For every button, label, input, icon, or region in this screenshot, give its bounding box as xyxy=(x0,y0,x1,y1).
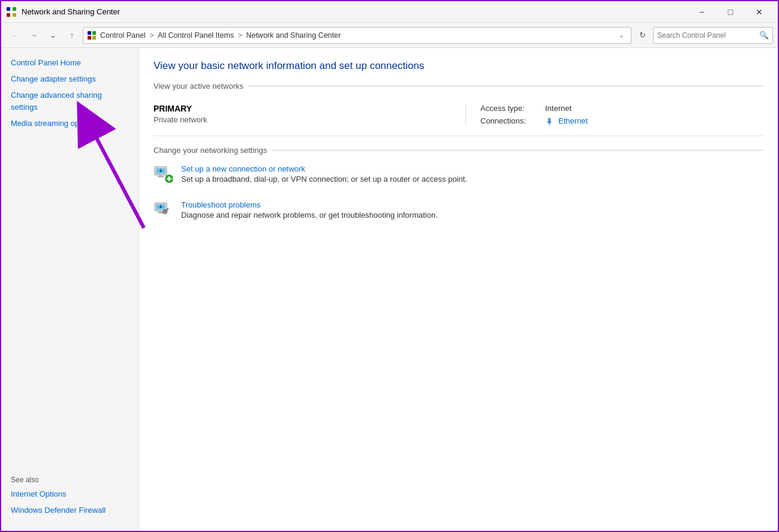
title-bar: Network and Sharing Center − □ ✕ xyxy=(1,1,778,23)
sidebar-item-media-streaming[interactable]: Media streaming options xyxy=(1,116,139,132)
breadcrumb-part-3: Network and Sharing Center xyxy=(246,31,341,40)
search-input[interactable] xyxy=(657,31,757,40)
breadcrumb-part-1[interactable]: Control Panel xyxy=(100,31,146,40)
sidebar-item-change-adapter-settings[interactable]: Change adapter settings xyxy=(1,71,139,88)
sidebar-item-internet-options[interactable]: Internet Options xyxy=(1,486,139,503)
address-dropdown-button[interactable]: ⌄ xyxy=(615,28,627,43)
svg-rect-19 xyxy=(159,175,163,176)
recent-locations-button[interactable]: ⌄ xyxy=(44,27,61,44)
back-button[interactable]: ← xyxy=(6,27,23,44)
set-up-connection-desc: Set up a broadband, dial-up, or VPN conn… xyxy=(181,175,467,184)
sidebar-nav: Control Panel Home Change adapter settin… xyxy=(1,55,139,139)
access-type-label: Access type: xyxy=(480,104,540,113)
svg-rect-1 xyxy=(13,7,16,11)
network-left: PRIMARY Private network xyxy=(154,104,451,126)
page-heading: View your basic network information and … xyxy=(154,60,763,72)
svg-rect-5 xyxy=(92,31,96,35)
forward-button[interactable]: → xyxy=(25,27,42,44)
window-controls: − □ ✕ xyxy=(688,3,773,21)
troubleshoot-desc: Diagnose and repair network problems, or… xyxy=(181,211,438,220)
network-right: Access type: Internet Connections: xyxy=(480,104,763,126)
svg-rect-3 xyxy=(13,13,16,17)
main-layout: Control Panel Home Change adapter settin… xyxy=(1,48,778,532)
set-up-connection-link[interactable]: Set up a new connection or network xyxy=(181,164,467,173)
svg-rect-2 xyxy=(7,13,10,17)
maximize-button[interactable]: □ xyxy=(717,3,744,21)
svg-rect-30 xyxy=(159,211,163,212)
breadcrumb-path: Control Panel > All Control Panel Items … xyxy=(100,31,612,40)
search-icon: 🔍 xyxy=(759,31,769,40)
troubleshoot-text: Troubleshoot problems Diagnose and repai… xyxy=(181,200,438,220)
ethernet-icon xyxy=(545,116,554,126)
close-button[interactable]: ✕ xyxy=(745,3,773,21)
svg-rect-7 xyxy=(92,36,96,40)
window-title: Network and Sharing Center xyxy=(22,7,688,16)
set-up-connection-icon xyxy=(154,164,173,184)
active-networks-section-label: View your active networks xyxy=(154,82,763,91)
svg-rect-6 xyxy=(88,36,91,40)
breadcrumb-part-2[interactable]: All Control Panel Items xyxy=(158,31,234,40)
network-type: Private network xyxy=(154,115,437,124)
access-type-row: Access type: Internet xyxy=(480,104,763,113)
sidebar-item-change-advanced-sharing[interactable]: Change advanced sharingsettings xyxy=(1,88,139,116)
app-icon xyxy=(6,7,17,17)
troubleshoot-icon xyxy=(154,200,173,220)
action-set-up-connection: Set up a new connection or network Set u… xyxy=(154,162,763,186)
ethernet-link[interactable]: Ethernet xyxy=(558,116,588,125)
minimize-button[interactable]: − xyxy=(688,3,715,21)
connections-label: Connections: xyxy=(480,116,540,125)
network-name: PRIMARY xyxy=(154,104,437,113)
connections-row: Connections: Ethernet xyxy=(480,116,763,126)
troubleshoot-link[interactable]: Troubleshoot problems xyxy=(181,200,438,209)
content-area: View your basic network information and … xyxy=(139,48,778,532)
action-troubleshoot: Troubleshoot problems Diagnose and repai… xyxy=(154,198,763,222)
breadcrumb-icon xyxy=(87,31,97,40)
see-also-label: See also xyxy=(1,466,139,486)
set-up-connection-text: Set up a new connection or network Set u… xyxy=(181,164,467,184)
svg-rect-0 xyxy=(7,7,10,11)
svg-point-15 xyxy=(160,170,162,172)
refresh-button[interactable]: ↻ xyxy=(634,27,651,44)
sidebar-item-windows-defender-firewall[interactable]: Windows Defender Firewall xyxy=(1,503,139,519)
network-info-row: PRIMARY Private network Access type: Int… xyxy=(154,98,763,136)
search-box[interactable]: 🔍 xyxy=(653,27,773,44)
sidebar-item-control-panel-home[interactable]: Control Panel Home xyxy=(1,55,139,71)
svg-rect-20 xyxy=(158,176,164,178)
access-type-value: Internet xyxy=(545,104,572,113)
sidebar-bottom: See also Internet Options Windows Defend… xyxy=(1,466,139,526)
sidebar: Control Panel Home Change adapter settin… xyxy=(1,48,139,532)
svg-point-26 xyxy=(160,206,162,208)
address-bar-input[interactable]: Control Panel > All Control Panel Items … xyxy=(83,27,631,44)
address-bar: ← → ⌄ ↑ Control Panel > All Control Pane… xyxy=(1,23,778,48)
up-button[interactable]: ↑ xyxy=(64,27,80,44)
change-networking-section-label: Change your networking settings xyxy=(154,146,763,155)
svg-rect-9 xyxy=(548,122,551,123)
svg-rect-4 xyxy=(88,31,91,35)
network-divider xyxy=(465,104,466,126)
svg-rect-8 xyxy=(548,118,551,122)
